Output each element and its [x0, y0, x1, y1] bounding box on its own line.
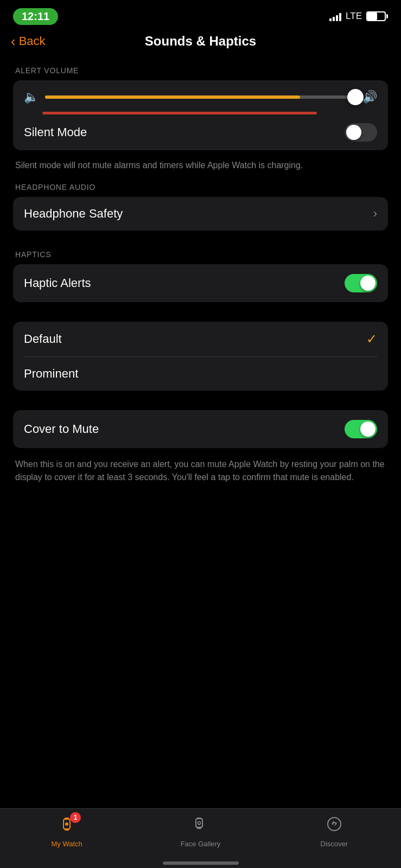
- cover-to-mute-label: Cover to Mute: [24, 422, 99, 436]
- status-time: 12:11: [13, 8, 58, 25]
- svg-rect-5: [197, 818, 201, 819]
- svg-point-7: [198, 822, 201, 825]
- alert-volume-card: 🔈 🔊 Silent Mode: [13, 80, 388, 150]
- back-button[interactable]: ‹ Back: [11, 33, 46, 50]
- face-gallery-tab-label: Face Gallery: [181, 840, 221, 848]
- haptic-alerts-row: Haptic Alerts: [13, 264, 388, 302]
- haptic-default-label: Default: [24, 332, 62, 346]
- svg-point-11: [333, 823, 335, 825]
- headphone-safety-label: Headphone Safety: [24, 207, 123, 221]
- svg-point-3: [65, 822, 68, 826]
- my-watch-tab-label: My Watch: [52, 840, 82, 848]
- lte-label: LTE: [346, 11, 362, 22]
- discover-icon: [326, 815, 343, 837]
- haptic-prominent-row[interactable]: Prominent: [13, 357, 388, 391]
- volume-low-icon: 🔈: [24, 90, 39, 104]
- silent-mode-toggle[interactable]: [345, 123, 377, 142]
- page-title: Sounds & Haptics: [145, 34, 256, 49]
- signal-bar-2: [333, 17, 335, 21]
- tab-bar: 1 My Watch Face Gallery Discover: [0, 808, 401, 868]
- svg-rect-2: [65, 828, 69, 831]
- signal-bar-1: [329, 18, 332, 21]
- svg-rect-4: [196, 819, 202, 827]
- home-indicator: [163, 861, 239, 865]
- svg-rect-1: [65, 818, 69, 820]
- silent-mode-note: Silent mode will not mute alarms and tim…: [13, 154, 388, 183]
- silent-mode-label: Silent Mode: [24, 125, 87, 139]
- cover-to-mute-row: Cover to Mute: [13, 410, 388, 448]
- face-gallery-icon: [192, 815, 209, 837]
- silent-mode-toggle-knob: [346, 125, 361, 140]
- tab-my-watch[interactable]: 1 My Watch: [0, 815, 133, 848]
- my-watch-icon: 1: [58, 815, 75, 837]
- alert-volume-label: ALERT VOLUME: [15, 66, 388, 75]
- back-label: Back: [19, 34, 46, 48]
- signal-bar-4: [339, 13, 341, 21]
- cover-to-mute-card: Cover to Mute: [13, 410, 388, 448]
- status-right: LTE: [329, 11, 388, 22]
- haptic-prominent-label: Prominent: [24, 367, 78, 381]
- haptic-default-check-icon: ✓: [366, 331, 377, 347]
- nav-bar: ‹ Back Sounds & Haptics: [0, 29, 401, 58]
- battery-icon: [366, 11, 388, 21]
- haptic-alerts-toggle[interactable]: [345, 274, 377, 292]
- cover-to-mute-toggle-knob: [360, 422, 375, 437]
- volume-slider[interactable]: [45, 95, 356, 99]
- headphone-safety-chevron-icon: ›: [373, 207, 377, 221]
- haptic-options-card: Default ✓ Prominent: [13, 322, 388, 391]
- tab-face-gallery[interactable]: Face Gallery: [133, 815, 267, 848]
- status-bar: 12:11 LTE: [0, 0, 401, 29]
- haptics-label: HAPTICS: [15, 250, 388, 259]
- headphone-safety-row[interactable]: Headphone Safety ›: [13, 197, 388, 231]
- haptic-alerts-label: Haptic Alerts: [24, 276, 91, 290]
- haptic-alerts-toggle-knob: [360, 276, 375, 291]
- headphone-audio-card: Headphone Safety ›: [13, 197, 388, 231]
- headphone-audio-label: HEADPHONE AUDIO: [15, 183, 388, 192]
- tab-discover[interactable]: Discover: [268, 815, 401, 848]
- red-bar-row: [13, 104, 388, 114]
- volume-slider-row: 🔈 🔊: [13, 80, 388, 104]
- main-content: ALERT VOLUME 🔈 🔊 Silent Mode Silent mode…: [0, 58, 401, 560]
- cover-to-mute-note: When this is on and you receive an alert…: [13, 452, 388, 495]
- my-watch-badge: 1: [70, 812, 81, 823]
- discover-tab-label: Discover: [321, 840, 348, 848]
- svg-rect-6: [197, 827, 201, 829]
- haptic-alerts-card: Haptic Alerts: [13, 264, 388, 302]
- signal-bar-3: [336, 15, 338, 21]
- cover-to-mute-toggle[interactable]: [345, 420, 377, 438]
- haptic-default-row[interactable]: Default ✓: [13, 322, 388, 356]
- signal-bars-icon: [329, 11, 341, 21]
- volume-high-icon: 🔊: [362, 90, 377, 104]
- silent-mode-row: Silent Mode: [13, 114, 388, 150]
- back-chevron-icon: ‹: [11, 33, 16, 50]
